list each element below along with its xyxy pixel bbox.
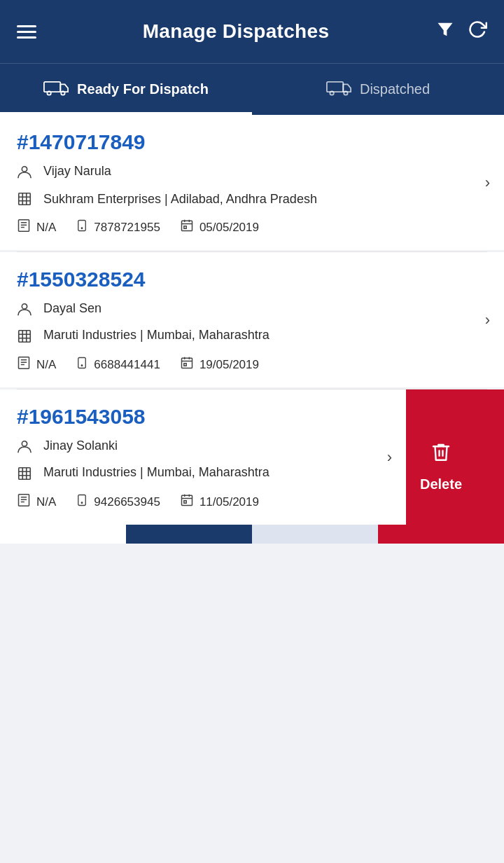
card-invoice-1: N/A (17, 219, 56, 236)
svg-point-10 (82, 228, 83, 229)
svg-rect-26 (181, 495, 192, 505)
invoice-icon-3 (17, 493, 31, 511)
calendar-icon-2 (180, 356, 194, 373)
svg-rect-15 (78, 358, 86, 368)
card-person-3: Jinay Solanki (43, 439, 118, 453)
filter-icon[interactable] (435, 20, 455, 44)
svg-rect-24 (78, 495, 86, 506)
tab-dispatched[interactable]: Dispatched (252, 64, 504, 115)
card-meta-3: N/A 9426653945 (17, 493, 389, 511)
page-title: Manage Dispatches (143, 20, 330, 43)
svg-point-5 (344, 91, 347, 95)
dispatch-card-1[interactable]: #1470717849 Vijay Narula Sukhram Enterpr… (0, 115, 504, 250)
svg-rect-0 (44, 82, 60, 92)
invoice-icon-2 (17, 356, 31, 373)
svg-rect-23 (19, 495, 29, 506)
card-company-row-2: Maruti Industries | Mumbai, Maharashtra (17, 328, 487, 347)
dispatch-card-2[interactable]: #1550328524 Dayal Sen Maruti Industries … (0, 252, 504, 387)
tab-ready-label: Ready For Dispatch (77, 81, 209, 97)
hamburger-menu[interactable] (17, 25, 36, 39)
svg-point-1 (47, 91, 50, 95)
card-company-3: Maruti Industries | Mumbai, Maharashtra (43, 465, 270, 480)
card-company-2: Maruti Industries | Mumbai, Maharashtra (43, 328, 270, 343)
card-chevron-2: › (485, 311, 490, 329)
svg-point-25 (82, 502, 83, 504)
header-actions (435, 20, 487, 44)
card-invoice-2: N/A (17, 356, 56, 373)
card-phone-2: 6688441441 (76, 357, 160, 373)
building-icon-2 (17, 329, 35, 347)
svg-rect-13 (19, 331, 31, 343)
card-phone-1: 7878721955 (76, 219, 160, 235)
truck-ready-icon (43, 78, 69, 101)
svg-point-21 (22, 441, 27, 446)
refresh-icon[interactable] (468, 20, 487, 44)
card-company-row-3: Maruti Industries | Mumbai, Maharashtra (17, 465, 389, 485)
card-date-3: 11/05/2019 (180, 493, 259, 511)
card-chevron-3: › (387, 448, 392, 467)
svg-rect-11 (181, 221, 192, 230)
card-meta-2: N/A 6688441441 19/05/201 (17, 356, 487, 373)
person-icon-3 (17, 439, 35, 458)
svg-rect-7 (19, 193, 31, 205)
card-phone-3: 9426653945 (76, 494, 160, 510)
svg-rect-9 (78, 221, 86, 231)
truck-dispatched-icon (326, 78, 351, 101)
card-person-1: Vijay Narula (43, 164, 111, 179)
svg-point-12 (22, 304, 27, 309)
card-company-row-1: Sukhram Enterprises | Adilabad, Andhra P… (17, 191, 487, 210)
card-chevron-1: › (485, 174, 490, 192)
card-person-row-2: Dayal Sen (17, 301, 487, 321)
person-icon-1 (17, 165, 35, 184)
card-date-2: 19/05/2019 (180, 356, 259, 373)
card-id-2: #1550328524 (17, 268, 487, 291)
card-3-content: #1961543058 Jinay Solanki Marut (0, 389, 406, 525)
card-person-2: Dayal Sen (43, 301, 102, 316)
tab-bar: Ready For Dispatch Dispatched (0, 63, 504, 115)
svg-point-6 (22, 167, 27, 172)
phone-icon-3 (76, 494, 88, 510)
building-icon-3 (17, 466, 35, 485)
svg-rect-14 (19, 357, 29, 369)
tab-ready-for-dispatch[interactable]: Ready For Dispatch (0, 64, 252, 115)
svg-point-2 (61, 91, 64, 95)
svg-rect-17 (181, 358, 192, 368)
svg-rect-8 (19, 220, 29, 232)
building-icon-1 (17, 191, 35, 210)
card-date-1: 05/05/2019 (180, 219, 259, 236)
delete-icon (430, 441, 451, 471)
delete-label: Delete (420, 476, 462, 492)
dispatch-card-3[interactable]: Edit Dispatch (0, 389, 504, 544)
invoice-icon-1 (17, 219, 31, 236)
phone-icon-2 (76, 357, 88, 373)
tab-dispatched-label: Dispatched (360, 81, 430, 97)
svg-rect-22 (19, 468, 31, 480)
cards-list: #1470717849 Vijay Narula Sukhram Enterpr… (0, 115, 504, 544)
card-id-3: #1961543058 (17, 405, 389, 429)
svg-point-4 (330, 91, 333, 95)
card-meta-1: N/A 7878721955 05/05/201 (17, 219, 487, 236)
calendar-icon-3 (180, 493, 194, 511)
card-invoice-3: N/A (17, 493, 56, 511)
phone-icon-1 (76, 219, 88, 235)
person-icon-2 (17, 302, 35, 321)
card-person-row-3: Jinay Solanki (17, 439, 389, 458)
svg-rect-3 (327, 82, 343, 92)
svg-point-16 (82, 365, 83, 366)
calendar-icon-1 (180, 219, 194, 236)
card-company-1: Sukhram Enterprises | Adilabad, Andhra P… (43, 191, 317, 208)
app-header: Manage Dispatches (0, 0, 504, 63)
card-person-row-1: Vijay Narula (17, 164, 487, 184)
card-id-1: #1470717849 (17, 130, 487, 154)
